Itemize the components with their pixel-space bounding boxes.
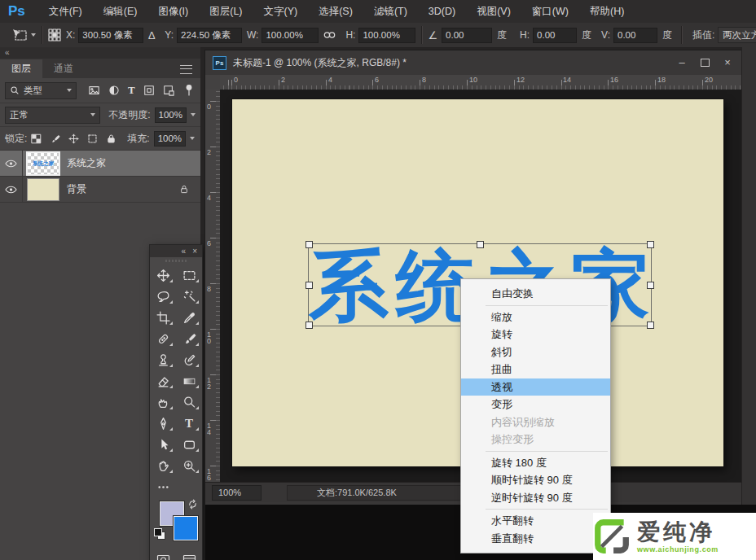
layer-visibility-eye-icon[interactable] xyxy=(0,177,23,202)
menu-item-distort[interactable]: 扭曲 xyxy=(461,361,610,378)
hand-tool[interactable] xyxy=(150,455,176,476)
menu-file[interactable]: 文件(F) xyxy=(38,1,93,23)
zoom-tool[interactable] xyxy=(176,455,202,476)
h-skew-input[interactable]: 0.00 xyxy=(533,28,577,43)
menu-item-flip-horizontal[interactable]: 水平翻转 xyxy=(461,512,610,530)
background-color-swatch[interactable] xyxy=(174,516,198,540)
filter-type-layers-icon[interactable]: T xyxy=(128,84,135,97)
menu-item-perspective[interactable]: 透视 xyxy=(461,378,610,396)
menu-help[interactable]: 帮助(H) xyxy=(579,1,635,23)
zoom-level-input[interactable]: 100% xyxy=(212,485,262,501)
transform-handle-w[interactable] xyxy=(305,282,313,289)
maximize-button[interactable] xyxy=(694,50,715,74)
menu-window[interactable]: 窗口(W) xyxy=(521,1,579,23)
relative-position-delta-icon[interactable]: ∆ xyxy=(148,29,155,42)
close-button[interactable]: × xyxy=(717,50,738,74)
lasso-tool[interactable] xyxy=(150,286,176,307)
layer-thumbnail[interactable]: 系统之家 xyxy=(28,153,59,174)
x-position-input[interactable]: 300.50 像素 xyxy=(78,28,143,43)
eyedropper-tool[interactable] xyxy=(176,307,202,328)
filter-pixel-layers-icon[interactable] xyxy=(88,85,100,96)
menu-type[interactable]: 文字(Y) xyxy=(253,1,309,23)
layer-thumbnail[interactable] xyxy=(28,179,59,200)
minimize-button[interactable]: – xyxy=(671,50,692,74)
menu-filter[interactable]: 滤镜(T) xyxy=(363,1,418,23)
layer-visibility-eye-icon[interactable] xyxy=(0,151,23,176)
default-colors-icon[interactable] xyxy=(154,528,165,540)
lock-frame-icon[interactable] xyxy=(87,133,98,144)
smudge-tool[interactable] xyxy=(150,392,176,413)
shape-tool[interactable] xyxy=(176,434,202,455)
filter-toggle-pin-icon[interactable] xyxy=(184,84,194,97)
document-title-bar[interactable]: Ps 未标题-1 @ 100% (系统之家, RGB/8#) * – × xyxy=(205,50,741,76)
rotation-input[interactable]: 0.00 xyxy=(442,28,492,43)
menu-3d[interactable]: 3D(D) xyxy=(418,1,466,23)
fill-input[interactable]: 100% xyxy=(154,131,186,147)
filter-smart-objects-icon[interactable] xyxy=(163,85,174,96)
filter-shape-layers-icon[interactable] xyxy=(143,85,155,96)
panel-collapse-bar[interactable]: « xyxy=(0,47,200,59)
gradient-tool[interactable] xyxy=(176,370,202,392)
menu-item-warp[interactable]: 变形 xyxy=(461,396,610,413)
marquee-tool[interactable] xyxy=(176,265,202,286)
swap-colors-icon[interactable] xyxy=(187,499,198,510)
lock-transparency-icon[interactable] xyxy=(31,133,42,144)
v-skew-input[interactable]: 0.00 xyxy=(613,28,657,43)
opacity-input[interactable]: 100% xyxy=(155,107,187,123)
panel-menu-icon[interactable] xyxy=(180,65,192,74)
edit-toolbar-ellipsis-icon[interactable] xyxy=(150,476,176,497)
clone-stamp-tool[interactable] xyxy=(150,349,176,370)
menu-item-rotate-90-cw[interactable]: 顺时针旋转 90 度 xyxy=(461,471,610,489)
tab-channels[interactable]: 通道 xyxy=(42,59,85,78)
type-tool[interactable]: T xyxy=(176,413,202,434)
pen-tool[interactable] xyxy=(150,413,176,434)
layer-name[interactable]: 系统之家 xyxy=(67,156,200,170)
brush-tool[interactable] xyxy=(176,328,202,349)
menu-item-rotate[interactable]: 旋转 xyxy=(461,326,610,343)
transform-handle-sw[interactable] xyxy=(305,322,313,329)
close-panel-icon[interactable]: × xyxy=(192,247,197,256)
menu-layer[interactable]: 图层(L) xyxy=(199,1,253,23)
transform-handle-nw[interactable] xyxy=(305,241,313,248)
path-select-tool[interactable] xyxy=(150,434,176,455)
layer-row-background[interactable]: 背景 xyxy=(0,177,200,203)
filter-type-select[interactable]: 类型 xyxy=(5,82,77,99)
panel-grip[interactable] xyxy=(150,257,202,265)
crop-tool[interactable] xyxy=(150,307,176,328)
menu-item-flip-vertical[interactable]: 垂直翻转 xyxy=(461,530,610,548)
transform-handle-ne[interactable] xyxy=(647,241,654,248)
tab-layers[interactable]: 图层 xyxy=(0,59,42,78)
lock-position-icon[interactable] xyxy=(68,133,79,144)
quick-mask-icon[interactable] xyxy=(156,554,170,560)
ruler-origin-corner[interactable] xyxy=(205,75,221,90)
lock-pixels-brush-icon[interactable] xyxy=(50,133,60,144)
height-scale-input[interactable]: 100.00% xyxy=(358,28,415,43)
screen-mode-icon[interactable] xyxy=(182,554,196,560)
eraser-tool[interactable] xyxy=(150,370,176,392)
menu-item-free-transform[interactable]: 自由变换 xyxy=(461,285,610,303)
link-dimensions-icon[interactable] xyxy=(323,31,336,39)
width-scale-input[interactable]: 100.00% xyxy=(262,28,319,43)
magic-wand-tool[interactable] xyxy=(176,286,202,307)
lock-all-icon[interactable] xyxy=(106,133,116,144)
menu-item-rotate-90-ccw[interactable]: 逆时针旋转 90 度 xyxy=(461,489,610,507)
transform-handle-n[interactable] xyxy=(477,241,484,248)
reference-point-grid-icon[interactable] xyxy=(48,28,61,42)
layer-name[interactable]: 背景 xyxy=(67,182,179,196)
tool-preset-chevron-icon[interactable] xyxy=(31,33,36,37)
transform-handle-se[interactable] xyxy=(647,322,654,329)
healing-brush-tool[interactable] xyxy=(150,328,176,349)
transform-handle-e[interactable] xyxy=(647,282,654,289)
menu-item-scale[interactable]: 缩放 xyxy=(461,308,610,326)
y-position-input[interactable]: 224.50 像素 xyxy=(177,28,242,43)
opacity-chevron-icon[interactable] xyxy=(191,113,196,116)
menu-image[interactable]: 图像(I) xyxy=(147,1,199,23)
collapse-panel-icon[interactable]: « xyxy=(182,247,187,256)
menu-view[interactable]: 视图(V) xyxy=(466,1,521,23)
menu-select[interactable]: 选择(S) xyxy=(308,1,363,23)
menu-item-rotate-180[interactable]: 旋转 180 度 xyxy=(461,454,610,472)
fill-chevron-icon[interactable] xyxy=(190,137,195,140)
menu-edit[interactable]: 编辑(E) xyxy=(93,1,148,23)
move-tool[interactable] xyxy=(150,265,176,286)
dodge-tool[interactable] xyxy=(176,392,202,413)
